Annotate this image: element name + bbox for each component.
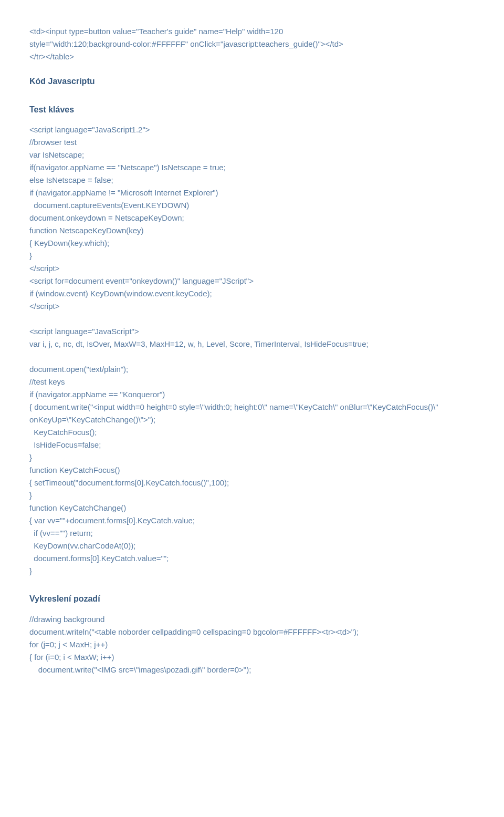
code-block-drawing-background: //drawing background document.writeln("<… <box>29 613 475 676</box>
code-block-test-keys: <script language="JavaScript1.2"> //brow… <box>29 123 475 577</box>
code-block-html-snippet: <td><input type=button value="Teacher's … <box>29 25 475 63</box>
heading-kod-javascriptu: Kód Javascriptu <box>29 75 475 88</box>
heading-vykresleni-pozadi: Vykreslení pozadí <box>29 592 475 606</box>
heading-test-klaves: Test kláves <box>29 103 475 117</box>
